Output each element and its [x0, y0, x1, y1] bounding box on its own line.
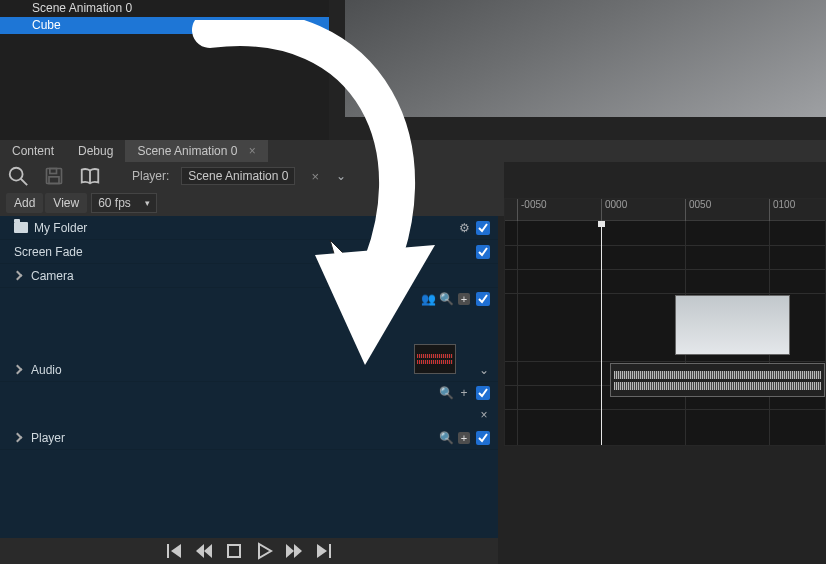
waveform-icon [614, 382, 821, 390]
timeline-panel[interactable]: -0050 0000 0050 0100 [504, 198, 826, 446]
ruler-tick: 0050 [685, 199, 711, 221]
users-icon[interactable]: 👥 [422, 293, 434, 305]
ruler-tick: 0000 [601, 199, 627, 221]
timeline-ruler[interactable]: -0050 0000 0050 0100 [505, 199, 825, 221]
fps-field[interactable]: 60 fps ▾ [91, 193, 157, 213]
svg-line-1 [21, 179, 27, 185]
fps-value: 60 fps [98, 196, 131, 210]
toolbar-row-1: Player: Scene Animation 0 × ⌄ [0, 162, 504, 190]
outline-item-audio-sub: 🔍 + [0, 382, 498, 404]
outline-item-screen-fade[interactable]: Screen Fade [0, 240, 498, 264]
tab-debug[interactable]: Debug [66, 140, 125, 162]
magnify-icon[interactable]: 🔍 [440, 293, 452, 305]
player-label: Player: [132, 169, 169, 183]
outline-label: Camera [31, 269, 74, 283]
tab-content[interactable]: Content [0, 140, 66, 162]
enable-checkbox[interactable] [476, 245, 490, 259]
outline-label: My Folder [34, 221, 87, 235]
video-clip[interactable] [675, 295, 790, 355]
outline-item-camera[interactable]: Camera [0, 264, 498, 288]
magnify-icon[interactable]: 🔍 [440, 387, 452, 399]
goto-end-button[interactable] [315, 542, 333, 560]
step-forward-button[interactable] [285, 542, 303, 560]
svg-rect-8 [329, 544, 331, 558]
fps-dropdown-icon: ▾ [145, 198, 150, 208]
chevron-down-icon[interactable]: ⌄ [478, 364, 490, 376]
stop-button[interactable] [225, 542, 243, 560]
timeline-tracks[interactable] [505, 221, 825, 445]
save-icon [42, 164, 66, 188]
hierarchy-item-selected[interactable]: Cube [0, 17, 329, 34]
outline-item-player[interactable]: Player 🔍 + [0, 426, 498, 450]
add-key-button[interactable]: + [458, 293, 470, 305]
tab-label: Scene Animation 0 [137, 144, 237, 158]
goto-start-button[interactable] [165, 542, 183, 560]
outline-label: Player [31, 431, 65, 445]
ruler-tick: -0050 [517, 199, 547, 221]
outline-label: Screen Fade [14, 245, 83, 259]
enable-checkbox[interactable] [476, 431, 490, 445]
toolbar-row-2: Add View 60 fps ▾ [0, 190, 504, 216]
outline-label: Audio [31, 363, 62, 377]
gear-icon[interactable]: ⚙ [458, 222, 470, 234]
viewport-3d[interactable] [345, 0, 826, 117]
plus-icon[interactable]: + [458, 387, 470, 399]
close-icon[interactable]: × [478, 409, 490, 421]
svg-rect-4 [49, 177, 59, 184]
player-field[interactable]: Scene Animation 0 [181, 167, 295, 185]
folder-icon [14, 222, 28, 233]
outline-item-folder[interactable]: My Folder ⚙ [0, 216, 498, 240]
step-back-button[interactable] [195, 542, 213, 560]
tab-close-icon[interactable]: × [249, 144, 256, 158]
enable-checkbox[interactable] [476, 292, 490, 306]
svg-rect-3 [50, 169, 57, 174]
svg-rect-7 [228, 545, 240, 557]
tab-scene-animation[interactable]: Scene Animation 0 × [125, 140, 267, 162]
waveform-icon [614, 371, 821, 379]
chevron-right-icon [13, 271, 23, 281]
panel-tabs: Content Debug Scene Animation 0 × [0, 140, 826, 162]
chevron-right-icon [13, 365, 23, 375]
audio-clip[interactable] [610, 363, 825, 397]
book-icon[interactable] [78, 164, 102, 188]
enable-checkbox[interactable] [476, 221, 490, 235]
ruler-tick: 0100 [769, 199, 795, 221]
hierarchy-item-root[interactable]: Scene Animation 0 [0, 0, 329, 17]
transport-controls [0, 538, 498, 564]
outline-item-audio-sub2: × [0, 404, 498, 426]
player-dropdown-icon[interactable]: ⌄ [335, 170, 347, 182]
add-button[interactable]: Add [6, 193, 43, 213]
enable-checkbox[interactable] [476, 386, 490, 400]
search-icon[interactable] [6, 164, 30, 188]
chevron-right-icon [13, 433, 23, 443]
outline-item-camera-sub: 👥 🔍 + [0, 288, 498, 310]
play-button[interactable] [255, 542, 273, 560]
hierarchy-panel: Scene Animation 0 Cube [0, 0, 329, 140]
svg-point-0 [10, 168, 23, 181]
add-key-button[interactable]: + [458, 432, 470, 444]
svg-rect-6 [167, 544, 169, 558]
magnify-icon[interactable]: 🔍 [440, 432, 452, 444]
player-clear-icon[interactable]: × [311, 169, 319, 184]
outline-panel: My Folder ⚙ Screen Fade Camera 👥 🔍 + Aud… [0, 216, 498, 538]
playhead[interactable] [601, 221, 602, 445]
audio-thumbnail [414, 344, 456, 374]
view-button[interactable]: View [45, 193, 87, 213]
player-field-value: Scene Animation 0 [188, 169, 288, 183]
